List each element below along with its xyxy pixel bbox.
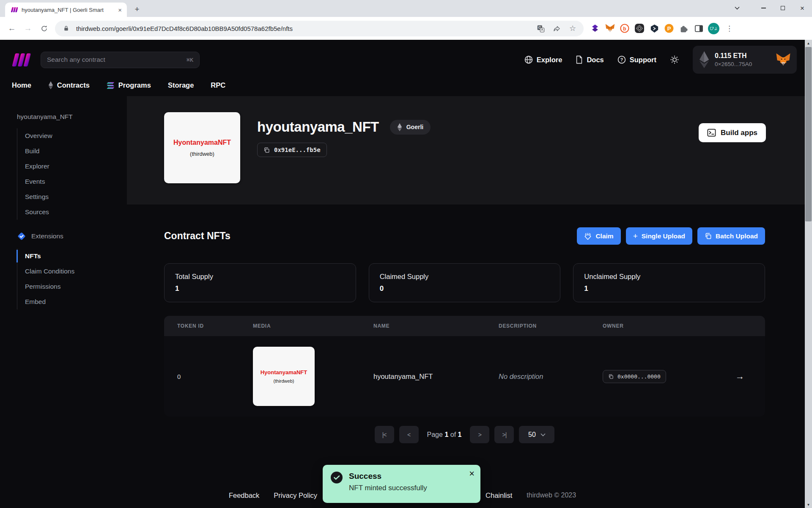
prev-page-button[interactable]: < (399, 426, 419, 443)
pagination: |< < Page 1 of 1 > >| 50 (164, 426, 765, 443)
sidebar-item-explorer[interactable]: Explorer (17, 159, 127, 174)
toast-message: NFT minted successfully (349, 484, 427, 492)
tab-title: hyoutanyama_NFT | Goerli Smart (22, 7, 113, 13)
sidebar-contract-name[interactable]: hyoutanyama_NFT (17, 113, 127, 121)
translate-icon[interactable]: G (535, 25, 546, 33)
side-panel-icon[interactable] (693, 23, 704, 34)
share-icon[interactable] (551, 25, 562, 33)
svg-text:b: b (623, 26, 626, 32)
nav-rpc[interactable]: RPC (211, 81, 225, 89)
chat-extension-icon[interactable] (649, 23, 660, 34)
docs-link[interactable]: Docs (576, 55, 604, 64)
sidebar-item-claim-conditions[interactable]: Claim Conditions (17, 264, 127, 279)
search-input[interactable] (47, 56, 182, 64)
nav-programs[interactable]: Programs (107, 81, 151, 89)
theme-toggle[interactable] (670, 55, 679, 64)
page-scrollbar[interactable]: ▲ ▼ (805, 40, 812, 508)
thirdweb-page: ⌘K Explore Docs ? Support (0, 40, 812, 508)
profile-avatar[interactable]: ひょ (708, 23, 719, 34)
scrollbar-thumb[interactable] (805, 47, 812, 221)
chevron-down-icon (540, 433, 546, 436)
toast-close-icon[interactable]: × (469, 469, 475, 478)
footer-chainlist-link[interactable]: Chainlist (486, 491, 512, 500)
row-detail-arrow-icon[interactable]: → (735, 371, 765, 381)
browser-menu-icon[interactable]: ⋮ (723, 24, 735, 33)
lock-icon (60, 25, 72, 32)
browser-tab[interactable]: hyoutanyama_NFT | Goerli Smart × (5, 3, 127, 17)
window-close-button[interactable]: × (793, 0, 812, 16)
success-toast: Success NFT minted successfully × (323, 465, 480, 503)
url-bar[interactable]: G ☆ (55, 21, 584, 36)
cell-token-id: 0 (177, 373, 253, 380)
puzzle-extensions-icon[interactable] (678, 23, 689, 34)
extensions-row: b P ひょ ⋮ (590, 23, 735, 34)
tab-close-icon[interactable]: × (117, 7, 123, 13)
metamask-extension-icon[interactable] (604, 23, 615, 34)
copy-icon (608, 374, 614, 379)
nav-storage[interactable]: Storage (168, 81, 194, 89)
total-supply-card: Total Supply 1 (164, 263, 356, 302)
wallet-card[interactable]: 0.115 ETH 0×2650...75A0 (693, 46, 797, 74)
sidebar-item-build[interactable]: Build (17, 144, 127, 159)
polkadot-extension-icon[interactable]: P (664, 23, 675, 34)
shield-grid-extension-icon[interactable] (634, 23, 645, 34)
section-title: Contract NFTs (164, 230, 230, 242)
supply-stats: Total Supply 1 Claimed Supply 0 Unclaime… (164, 263, 765, 302)
bookmark-star-icon[interactable]: ☆ (567, 24, 579, 33)
b-extension-icon[interactable]: b (619, 23, 630, 34)
sidebar-item-settings[interactable]: Settings (17, 189, 127, 204)
new-tab-button[interactable]: + (131, 3, 143, 15)
window-minimize-button[interactable] (754, 0, 773, 16)
window-maximize-button[interactable] (773, 0, 793, 16)
contract-search[interactable]: ⌘K (41, 52, 200, 68)
first-page-button[interactable]: |< (375, 426, 394, 443)
svg-text:P: P (667, 25, 671, 32)
sidebar-item-embed[interactable]: Embed (17, 294, 127, 309)
tab-search-chevron-icon[interactable] (727, 0, 747, 16)
table-header: TOKEN ID MEDIA NAME DESCRIPTION OWNER (164, 316, 765, 336)
batch-upload-button[interactable]: Batch Upload (697, 227, 765, 245)
thirdweb-favicon-icon (11, 7, 18, 13)
footer-feedback-link[interactable]: Feedback (229, 491, 259, 500)
next-page-button[interactable]: > (470, 426, 489, 443)
explore-link[interactable]: Explore (524, 55, 562, 64)
purple-stack-extension-icon[interactable] (590, 23, 601, 34)
sidebar-item-events[interactable]: Events (17, 174, 127, 189)
page-title: hyoutanyama_NFT (257, 119, 379, 135)
scrollbar-down-arrow[interactable]: ▼ (805, 501, 812, 508)
unclaimed-supply-card: Unclaimed Supply 1 (573, 263, 765, 302)
sidebar-item-sources[interactable]: Sources (17, 204, 127, 220)
claim-button[interactable]: Claim (577, 227, 620, 245)
nav-home[interactable]: Home (12, 81, 31, 89)
table-row[interactable]: 0 HyontanyamaNFT (thirdweb) hyoutanyama_… (164, 336, 765, 417)
claim-gem-icon (584, 232, 592, 240)
single-upload-button[interactable]: + Single Upload (626, 227, 692, 245)
sidebar-item-overview[interactable]: Overview (17, 128, 127, 144)
last-page-button[interactable]: >| (494, 426, 514, 443)
owner-address-button[interactable]: 0x0000...0000 (603, 370, 666, 383)
forward-icon[interactable]: → (20, 21, 36, 36)
scrollbar-up-arrow[interactable]: ▲ (805, 40, 812, 47)
contract-address-button[interactable]: 0x91eE...fb5e (257, 143, 327, 157)
build-apps-button[interactable]: Build apps (699, 123, 766, 142)
success-check-icon (330, 471, 343, 484)
reload-icon[interactable] (36, 21, 52, 36)
network-badge[interactable]: Goerli (390, 120, 431, 135)
cell-description: No description (499, 373, 603, 381)
metamask-fox-icon (776, 53, 791, 67)
url-input[interactable] (76, 25, 530, 32)
back-icon[interactable]: ← (4, 21, 19, 36)
sidebar-item-nfts[interactable]: NFTs (17, 248, 127, 264)
footer-privacy-link[interactable]: Privacy Policy (274, 491, 317, 500)
app-header: ⌘K Explore Docs ? Support (0, 40, 812, 73)
page-size-select[interactable]: 50 (519, 426, 554, 443)
support-link[interactable]: ? Support (617, 55, 656, 64)
sidebar-item-permissions[interactable]: Permissions (17, 279, 127, 294)
thirdweb-logo[interactable] (10, 53, 31, 67)
question-icon: ? (617, 55, 626, 64)
globe-icon (524, 55, 533, 64)
extensions-label: Extensions (31, 232, 63, 240)
nav-contracts[interactable]: Contracts (48, 81, 90, 89)
contract-image-title: HyontanyamaNFT (173, 139, 231, 146)
main-nav: Home Contracts Programs Storage RPC (0, 73, 812, 96)
